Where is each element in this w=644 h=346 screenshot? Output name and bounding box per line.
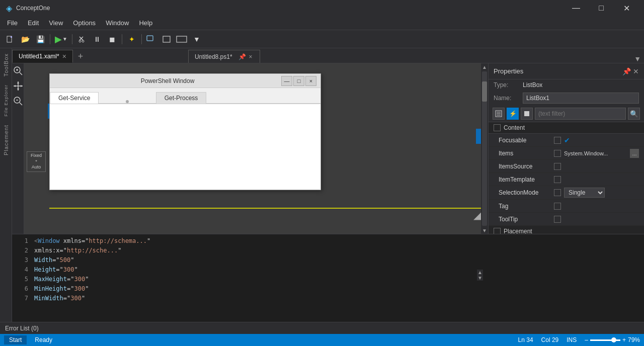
scroll-thumb[interactable] <box>482 81 487 102</box>
code-editor: 1 2 3 4 5 6 7 <Window xmlns="http://sche… <box>12 234 644 322</box>
svg-marker-15 <box>17 89 19 91</box>
menu-window[interactable]: Window <box>101 17 134 29</box>
menu-options[interactable]: Options <box>68 17 101 29</box>
ps-controls: — □ × <box>281 76 316 86</box>
scroll-down-button[interactable]: ▼ <box>481 227 488 234</box>
pin-icon[interactable]: 📌 <box>622 67 631 75</box>
tab-get-process[interactable]: Get-Process <box>156 92 207 104</box>
name-label: Name: <box>494 95 519 102</box>
script-button[interactable]: ✦ <box>125 33 139 46</box>
tab-add-button[interactable]: + <box>73 50 88 63</box>
prop-items-ellipsis[interactable]: ... <box>630 149 639 158</box>
tab2-controls: 📌 × <box>237 53 254 60</box>
tab-scroll-arrow[interactable]: ▼ <box>631 55 644 63</box>
save-button[interactable]: 💾 <box>33 33 47 46</box>
zoom-out-icon[interactable] <box>13 96 24 107</box>
tab-xaml[interactable]: Untitled1.xaml* × <box>12 50 73 63</box>
filter-stop-button[interactable] <box>521 108 533 120</box>
selectionmode-select[interactable]: Single Multiple Extended <box>564 188 605 198</box>
prop-tag-checkbox[interactable] <box>554 203 561 210</box>
code-line-3: Width="500" <box>30 255 575 265</box>
section-content-checkbox[interactable] <box>494 124 501 131</box>
prop-focusable-checkbox[interactable] <box>554 137 561 144</box>
canvas-scroll-vertical: ▲ ▼ <box>481 63 488 234</box>
code-scroll-up[interactable]: ▲ <box>477 270 483 275</box>
code-line-5: MaxHeight="300" <box>30 275 575 284</box>
pause-button[interactable]: ⏸ <box>90 33 104 46</box>
menu-file[interactable]: File <box>2 17 23 29</box>
prop-items-name: Items <box>499 150 554 157</box>
svg-line-11 <box>20 72 22 75</box>
section-placement-checkbox[interactable] <box>494 228 501 234</box>
cut-button[interactable] <box>75 33 89 46</box>
maximize-button[interactable]: □ <box>590 0 613 16</box>
ps-minimize[interactable]: — <box>281 76 292 86</box>
start-button[interactable]: Start <box>4 335 27 344</box>
menu-edit[interactable]: Edit <box>23 17 44 29</box>
side-panel <box>12 63 24 234</box>
tab-xaml-close[interactable]: × <box>62 52 66 60</box>
toolbar-separator-4 <box>141 34 142 44</box>
code-line-1: <Window xmlns="http://schema..." <box>30 236 575 246</box>
filter-search-button[interactable]: 🔍 <box>628 108 640 120</box>
tab-get-service[interactable]: Get-Service <box>50 92 99 104</box>
app-title: ConceptOne <box>16 5 50 12</box>
ps-tabs: Get-Service Get-Process <box>50 88 320 104</box>
ps-maximize[interactable]: □ <box>293 76 304 86</box>
prop-itemssource-checkbox[interactable] <box>554 163 561 170</box>
view-btn3[interactable] <box>175 33 189 46</box>
tab2-close[interactable]: × <box>248 53 254 60</box>
section-placement-header: Placement <box>489 226 644 234</box>
close-button[interactable]: ✕ <box>615 0 638 16</box>
prop-items-checkbox[interactable] <box>554 150 561 157</box>
editor-area: PowerShell Window — □ × Get-Service Get-… <box>12 63 644 234</box>
view-btn1[interactable] <box>144 33 158 46</box>
open-button[interactable]: 📂 <box>18 33 32 46</box>
resize-handle-corner[interactable]: ◢ <box>473 209 481 221</box>
zoom-slider[interactable] <box>590 339 620 341</box>
filter-input[interactable] <box>535 108 626 120</box>
powershell-window: PowerShell Window — □ × Get-Service Get-… <box>49 73 321 190</box>
svg-marker-14 <box>17 81 19 83</box>
error-list-bar: Error List (0) <box>0 322 644 334</box>
zoom-plus-icon[interactable]: + <box>622 336 626 343</box>
menu-help[interactable]: Help <box>134 17 157 29</box>
minimize-button[interactable]: — <box>565 0 588 16</box>
svg-marker-17 <box>21 85 23 87</box>
prop-itemtemplate-checkbox[interactable] <box>554 176 561 183</box>
view-dropdown[interactable]: ▼ <box>190 33 204 46</box>
prop-tooltip-checkbox[interactable] <box>554 216 561 223</box>
menu-view[interactable]: View <box>44 17 68 29</box>
toolbox-label: ToolBox <box>3 49 9 80</box>
view-btn2[interactable] <box>159 33 174 46</box>
resize-handle-right[interactable] <box>476 129 481 144</box>
svg-rect-7 <box>177 36 187 42</box>
prop-row-items: Items System.Window... ... <box>489 147 644 160</box>
code-line-7: MinWidth="300" <box>30 294 575 303</box>
ps-close[interactable]: × <box>305 76 316 86</box>
tab2-pin[interactable]: 📌 <box>237 53 247 60</box>
run-button[interactable]: ▶ ▼ <box>53 33 69 46</box>
prop-row-focusable: Focusable ✔ <box>489 134 644 147</box>
code-line-6: MinHeight="300" <box>30 284 575 294</box>
svg-point-4 <box>82 40 84 42</box>
svg-point-3 <box>79 40 81 42</box>
new-button[interactable] <box>3 33 17 46</box>
zoom-in-icon[interactable] <box>13 65 24 76</box>
tab-ps1-label: Untitled8.ps1* <box>195 53 232 60</box>
filter-all-button[interactable] <box>493 108 505 120</box>
type-value: ListBox <box>523 81 542 89</box>
zoom-minus-icon[interactable]: – <box>585 336 588 343</box>
canvas-wrapper: PowerShell Window — □ × Get-Service Get-… <box>24 63 488 234</box>
move-icon[interactable] <box>13 80 24 92</box>
stop-button[interactable]: ◼ <box>105 33 119 46</box>
tab-content-area: Untitled1.xaml* × + Untitled8.ps1* 📌 × ▼ <box>12 48 644 322</box>
tab-ps1[interactable]: Untitled8.ps1* 📌 × <box>188 50 260 63</box>
filter-events-button[interactable]: ⚡ <box>507 108 519 120</box>
code-scroll-down[interactable]: ▼ <box>477 275 483 281</box>
scroll-up-button[interactable]: ▲ <box>481 63 488 70</box>
name-input[interactable] <box>523 93 639 104</box>
collapse-icon[interactable]: ✕ <box>633 67 639 75</box>
properties-header-icons: 📌 ✕ <box>622 67 639 75</box>
prop-selectionmode-checkbox[interactable] <box>554 189 561 196</box>
